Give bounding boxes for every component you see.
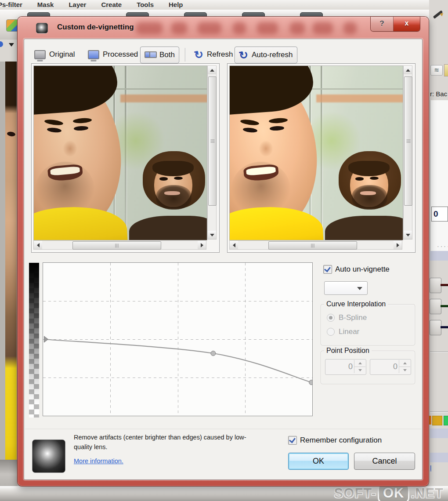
menu-item-ps-filter[interactable]: Ps-filter — [0, 1, 22, 8]
spin-up-button[interactable] — [399, 360, 410, 367]
curves-tool-icon[interactable]: ≋ — [430, 65, 443, 76]
vertical-scrollbar[interactable] — [403, 65, 412, 240]
curve-interpolation-group: Curve Interpolation B-Spline Linear — [321, 304, 415, 345]
vertical-scrollbar[interactable] — [207, 65, 217, 240]
bspline-radio[interactable] — [327, 314, 335, 322]
menu-item-help[interactable]: Help — [169, 1, 183, 8]
cancel-button[interactable]: Cancel — [354, 453, 415, 470]
monitor-blue-icon — [88, 50, 99, 59]
point-y-value: 0 — [393, 362, 397, 371]
blue-channel-line — [441, 326, 448, 328]
spin-up-button[interactable] — [354, 360, 365, 367]
horizontal-scroll-thumb[interactable] — [72, 241, 161, 250]
curve-path — [44, 339, 311, 382]
curve-svg — [43, 263, 312, 416]
curve-start-marker[interactable] — [44, 336, 48, 342]
point-position-group: Point Position 0 0 — [321, 351, 415, 384]
help-button[interactable]: ? — [371, 17, 394, 31]
layers-panel-fragment — [430, 100, 448, 259]
close-button[interactable]: x — [394, 17, 420, 31]
scroll-up-button[interactable] — [208, 66, 216, 74]
processed-label: Processed — [103, 50, 138, 59]
green-channel-slider-handle[interactable] — [430, 299, 441, 314]
titlebar-buttons: ? x — [371, 17, 420, 31]
menu-item-tools[interactable]: Tools — [137, 1, 154, 8]
processed-preview-panel — [227, 63, 415, 253]
horizontal-scroll-thumb[interactable] — [268, 241, 357, 250]
description-line2: quality lens. — [74, 443, 108, 450]
dialog-icon — [36, 23, 48, 33]
more-information-link[interactable]: More information. — [74, 457, 123, 465]
horizontal-scrollbar[interactable] — [33, 240, 206, 250]
point-x-value: 0 — [348, 362, 353, 371]
watermark-suffix: .NET — [411, 486, 444, 501]
pen-icon[interactable] — [433, 13, 444, 16]
green-swatch[interactable] — [444, 416, 448, 425]
photo-eye-fragment — [7, 131, 15, 137]
background-right-panel: ≋ r: Bac 0 ····· l — [429, 0, 448, 501]
linear-label: Linear — [339, 327, 359, 336]
point-position-caption: Point Position — [324, 347, 372, 355]
vignette-example-thumbnail — [32, 439, 65, 473]
scroll-down-button[interactable] — [208, 231, 216, 239]
panel-grip-dots[interactable]: ····· — [437, 243, 448, 250]
value-input-fragment[interactable]: 0 — [431, 207, 448, 221]
watermark-badge: OK — [378, 483, 410, 501]
scroll-right-button[interactable] — [394, 241, 402, 249]
original-label: Original — [49, 50, 75, 59]
red-channel-slider-handle[interactable] — [430, 278, 441, 293]
gold-swatch[interactable] — [432, 416, 442, 425]
auto-unvignette-checkbox[interactable] — [323, 265, 332, 274]
spin-down-button[interactable] — [399, 367, 410, 373]
point-x-spinner[interactable]: 0 — [325, 359, 366, 375]
horizontal-scrollbar[interactable] — [229, 240, 402, 250]
auto-refresh-button[interactable]: ↻ Auto-refresh — [235, 47, 297, 63]
vertical-scroll-thumb[interactable] — [404, 76, 412, 206]
dialog-content: Original Processed Both ↻ Refresh ↻ Auto… — [24, 39, 423, 480]
background-link-fragment[interactable]: l — [430, 464, 431, 472]
scroll-down-button[interactable] — [404, 231, 412, 239]
spin-down-button[interactable] — [354, 367, 365, 373]
ok-button[interactable]: OK — [288, 453, 349, 470]
screen: Ps-filter Mask Layer Create Tools Help ≋… — [0, 0, 448, 501]
menu-item-layer[interactable]: Layer — [69, 1, 86, 8]
curve-mid-point[interactable] — [211, 351, 216, 356]
blue-channel-slider-handle[interactable] — [430, 320, 441, 335]
devignette-mode-dropdown[interactable] — [324, 281, 368, 295]
image-tool-icon[interactable] — [6, 19, 18, 32]
dialog-title: Custom de-vignetting — [57, 23, 134, 32]
scroll-left-button[interactable] — [34, 241, 42, 249]
linear-radio[interactable] — [327, 328, 335, 336]
scroll-right-button[interactable] — [198, 241, 206, 249]
point-y-spinner[interactable]: 0 — [370, 359, 411, 375]
background-canvas-photo — [5, 62, 17, 460]
watermark-prefix: SOFT- — [334, 486, 376, 501]
orange-swatch[interactable] — [429, 416, 431, 425]
processed-photo — [230, 66, 403, 240]
scroll-up-button[interactable] — [404, 66, 412, 74]
partial-tool-icon[interactable] — [444, 64, 448, 76]
both-view-button[interactable]: Both — [140, 47, 179, 63]
processed-view-button[interactable]: Processed — [84, 47, 142, 62]
processed-preview-image[interactable] — [229, 65, 403, 240]
curve-end-point[interactable] — [309, 380, 312, 385]
red-channel-line — [441, 284, 448, 286]
scroll-left-button[interactable] — [230, 241, 238, 249]
remember-configuration-checkbox[interactable] — [288, 436, 297, 445]
panel-band — [430, 453, 448, 462]
layer-label-fragment: r: Bac — [430, 90, 447, 98]
background-left-panel — [0, 40, 18, 501]
vertical-scroll-thumb[interactable] — [208, 76, 217, 206]
curve-editor[interactable] — [43, 262, 313, 416]
menu-item-create[interactable]: Create — [101, 1, 122, 8]
panel-band — [430, 428, 448, 438]
original-view-button[interactable]: Original — [30, 47, 79, 62]
watermark: SOFT- OK .NET — [334, 483, 444, 501]
original-photo — [34, 66, 207, 240]
refresh-button[interactable]: ↻ Refresh — [190, 47, 237, 62]
original-preview-image[interactable] — [33, 65, 207, 240]
dialog-titlebar[interactable]: Custom de-vignetting ? x — [18, 17, 429, 39]
chevron-down-icon[interactable] — [9, 43, 14, 47]
footer-divider — [25, 429, 421, 430]
menu-item-mask[interactable]: Mask — [37, 1, 54, 8]
